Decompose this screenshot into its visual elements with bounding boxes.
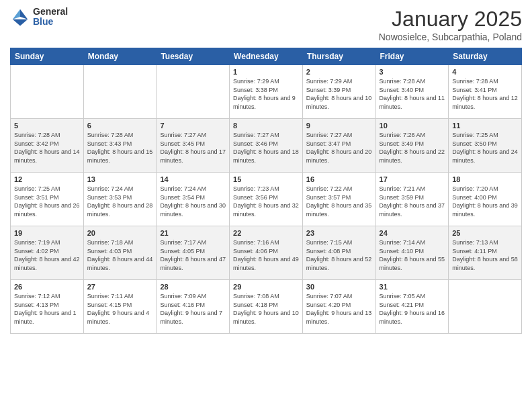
cell-date-number: 31 [380, 283, 445, 291]
cell-sunset: Sunset: 3:42 PM [14, 140, 59, 147]
table-row: 6 Sunrise: 7:28 AM Sunset: 3:43 PM Dayli… [83, 119, 157, 173]
cell-info: Sunrise: 7:28 AM Sunset: 3:42 PM Dayligh… [14, 131, 80, 165]
cell-sunset: Sunset: 4:03 PM [87, 248, 132, 255]
cell-daylight: Daylight: 8 hours and 20 minutes. [306, 148, 372, 164]
logo: General Blue [10, 7, 68, 28]
calendar-week-row: 1 Sunrise: 7:29 AM Sunset: 3:38 PM Dayli… [11, 65, 522, 119]
table-row: 10 Sunrise: 7:26 AM Sunset: 3:49 PM Dayl… [375, 119, 449, 173]
cell-info: Sunrise: 7:29 AM Sunset: 3:39 PM Dayligh… [306, 77, 372, 111]
cell-date-number: 19 [14, 229, 80, 237]
cell-date-number: 22 [233, 229, 299, 237]
calendar-week-row: 12 Sunrise: 7:25 AM Sunset: 3:51 PM Dayl… [11, 173, 522, 226]
cell-info: Sunrise: 7:27 AM Sunset: 3:46 PM Dayligh… [233, 131, 299, 165]
cell-info: Sunrise: 7:08 AM Sunset: 4:18 PM Dayligh… [233, 292, 299, 326]
table-row: 24 Sunrise: 7:14 AM Sunset: 4:10 PM Dayl… [375, 226, 449, 280]
cell-date-number: 2 [306, 68, 372, 76]
cell-info: Sunrise: 7:25 AM Sunset: 3:51 PM Dayligh… [14, 185, 80, 218]
cell-sunrise: Sunrise: 7:27 AM [160, 132, 206, 138]
table-row: 28 Sunrise: 7:09 AM Sunset: 4:16 PM Dayl… [157, 280, 230, 334]
table-row [83, 65, 157, 119]
cell-info: Sunrise: 7:26 AM Sunset: 3:49 PM Dayligh… [380, 131, 445, 165]
cell-info: Sunrise: 7:27 AM Sunset: 3:45 PM Dayligh… [160, 131, 226, 165]
cell-info: Sunrise: 7:15 AM Sunset: 4:08 PM Dayligh… [306, 238, 372, 272]
cell-info: Sunrise: 7:29 AM Sunset: 3:38 PM Dayligh… [233, 77, 299, 111]
cell-daylight: Daylight: 8 hours and 24 minutes. [452, 148, 518, 164]
cell-sunrise: Sunrise: 7:25 AM [452, 132, 498, 138]
cell-date-number: 16 [306, 175, 372, 183]
cell-info: Sunrise: 7:27 AM Sunset: 3:47 PM Dayligh… [306, 131, 372, 165]
cell-sunrise: Sunrise: 7:28 AM [380, 78, 426, 85]
cell-sunrise: Sunrise: 7:05 AM [380, 293, 426, 300]
cell-sunrise: Sunrise: 7:11 AM [87, 293, 134, 300]
cell-daylight: Daylight: 8 hours and 44 minutes. [87, 256, 153, 271]
cell-info: Sunrise: 7:16 AM Sunset: 4:06 PM Dayligh… [233, 238, 299, 272]
table-row: 29 Sunrise: 7:08 AM Sunset: 4:18 PM Dayl… [230, 280, 303, 334]
cell-sunrise: Sunrise: 7:28 AM [452, 78, 498, 85]
cell-sunrise: Sunrise: 7:27 AM [306, 132, 353, 138]
cell-date-number: 11 [452, 122, 518, 130]
table-row: 12 Sunrise: 7:25 AM Sunset: 3:51 PM Dayl… [11, 173, 84, 226]
table-row: 30 Sunrise: 7:07 AM Sunset: 4:20 PM Dayl… [302, 280, 375, 334]
cell-info: Sunrise: 7:12 AM Sunset: 4:13 PM Dayligh… [14, 292, 80, 326]
cell-sunrise: Sunrise: 7:15 AM [306, 239, 353, 246]
cell-sunset: Sunset: 3:47 PM [306, 140, 351, 147]
table-row: 22 Sunrise: 7:16 AM Sunset: 4:06 PM Dayl… [230, 226, 303, 280]
table-row: 9 Sunrise: 7:27 AM Sunset: 3:47 PM Dayli… [302, 119, 375, 173]
cell-date-number: 21 [160, 229, 226, 237]
cell-sunrise: Sunrise: 7:13 AM [452, 239, 498, 246]
cell-info: Sunrise: 7:13 AM Sunset: 4:11 PM Dayligh… [452, 238, 518, 272]
cell-daylight: Daylight: 9 hours and 16 minutes. [380, 310, 445, 325]
table-row: 21 Sunrise: 7:17 AM Sunset: 4:05 PM Dayl… [157, 226, 230, 280]
table-row: 3 Sunrise: 7:28 AM Sunset: 3:40 PM Dayli… [375, 65, 449, 119]
cell-daylight: Daylight: 8 hours and 49 minutes. [233, 256, 299, 271]
cell-sunset: Sunset: 3:39 PM [306, 87, 351, 93]
cell-daylight: Daylight: 9 hours and 7 minutes. [160, 310, 222, 325]
col-wednesday: Wednesday [230, 48, 303, 65]
cell-sunrise: Sunrise: 7:18 AM [87, 239, 134, 246]
cell-daylight: Daylight: 8 hours and 15 minutes. [87, 148, 153, 164]
table-row: 7 Sunrise: 7:27 AM Sunset: 3:45 PM Dayli… [157, 119, 230, 173]
cell-sunrise: Sunrise: 7:09 AM [160, 293, 206, 300]
logo-blue-text: Blue [33, 17, 68, 27]
header: General Blue January 2025 Nowosielce, Su… [10, 7, 522, 42]
cell-info: Sunrise: 7:19 AM Sunset: 4:02 PM Dayligh… [14, 238, 80, 272]
table-row: 11 Sunrise: 7:25 AM Sunset: 3:50 PM Dayl… [449, 119, 522, 173]
cell-sunset: Sunset: 3:43 PM [87, 140, 132, 147]
cell-sunrise: Sunrise: 7:26 AM [380, 132, 426, 138]
cell-date-number: 5 [14, 122, 80, 130]
cell-sunset: Sunset: 4:02 PM [14, 248, 59, 255]
cell-info: Sunrise: 7:18 AM Sunset: 4:03 PM Dayligh… [87, 238, 153, 272]
cell-sunset: Sunset: 4:00 PM [452, 194, 497, 201]
cell-date-number: 7 [160, 122, 226, 130]
cell-info: Sunrise: 7:24 AM Sunset: 3:53 PM Dayligh… [87, 185, 153, 218]
col-thursday: Thursday [302, 48, 375, 65]
cell-date-number: 15 [233, 175, 299, 183]
cell-date-number: 1 [233, 68, 299, 76]
cell-sunset: Sunset: 4:15 PM [87, 302, 132, 308]
cell-daylight: Daylight: 8 hours and 18 minutes. [233, 148, 299, 164]
cell-sunset: Sunset: 3:54 PM [160, 194, 205, 201]
calendar-week-row: 19 Sunrise: 7:19 AM Sunset: 4:02 PM Dayl… [11, 226, 522, 280]
logo-text: General Blue [33, 7, 68, 28]
cell-date-number: 25 [452, 229, 518, 237]
cell-daylight: Daylight: 8 hours and 14 minutes. [14, 148, 80, 164]
cell-sunrise: Sunrise: 7:07 AM [306, 293, 353, 300]
table-row: 20 Sunrise: 7:18 AM Sunset: 4:03 PM Dayl… [83, 226, 157, 280]
col-monday: Monday [83, 48, 157, 65]
cell-date-number: 10 [380, 122, 445, 130]
cell-daylight: Daylight: 8 hours and 26 minutes. [14, 202, 80, 218]
cell-info: Sunrise: 7:28 AM Sunset: 3:43 PM Dayligh… [87, 131, 153, 165]
cell-sunrise: Sunrise: 7:27 AM [233, 132, 279, 138]
cell-sunset: Sunset: 3:53 PM [87, 194, 132, 201]
cell-daylight: Daylight: 9 hours and 10 minutes. [233, 310, 299, 325]
cell-sunset: Sunset: 4:18 PM [233, 302, 278, 308]
cell-sunrise: Sunrise: 7:19 AM [14, 239, 60, 246]
cell-sunset: Sunset: 3:59 PM [380, 194, 425, 201]
cell-info: Sunrise: 7:22 AM Sunset: 3:57 PM Dayligh… [306, 185, 372, 218]
cell-daylight: Daylight: 8 hours and 12 minutes. [452, 95, 518, 110]
cell-info: Sunrise: 7:28 AM Sunset: 3:40 PM Dayligh… [380, 77, 445, 111]
table-row: 19 Sunrise: 7:19 AM Sunset: 4:02 PM Dayl… [11, 226, 84, 280]
location: Nowosielce, Subcarpathia, Poland [379, 32, 522, 42]
table-row: 2 Sunrise: 7:29 AM Sunset: 3:39 PM Dayli… [302, 65, 375, 119]
cell-date-number: 3 [380, 68, 445, 76]
